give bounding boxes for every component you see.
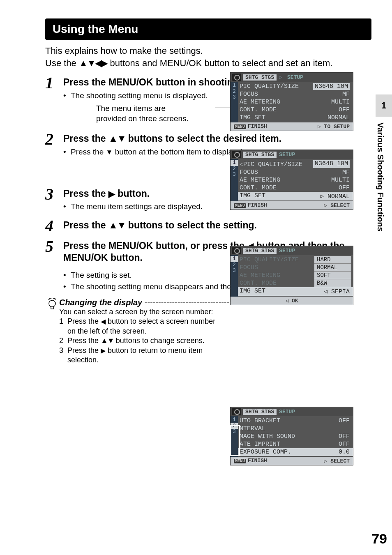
- svg-rect-1: [51, 307, 53, 309]
- down-arrow-icon: ▼: [106, 148, 113, 157]
- tab-shtg: SHTG STGS: [243, 248, 277, 254]
- section-header: Using the Menu: [45, 18, 371, 40]
- lcd-pager: 123: [231, 255, 238, 297]
- lightbulb-icon: [45, 298, 59, 312]
- t: Press the MENU/OK button, or press the: [63, 240, 247, 251]
- t: Press the: [67, 346, 101, 355]
- step-number: 4: [45, 218, 63, 234]
- tab-setup: SETUP: [277, 248, 297, 254]
- tab-setup: SETUP: [277, 152, 297, 158]
- tip-item-3: 3 Press the ▶ button to return to menu i…: [59, 346, 224, 365]
- t: Press the: [63, 220, 108, 230]
- up-down-arrows-icon: ▲▼: [108, 220, 126, 230]
- step-number: 2: [45, 131, 63, 147]
- lcd-pager: 123: [231, 159, 238, 201]
- t: Press the: [63, 188, 108, 199]
- tip-item-1: 1 Press the ◀ button to select a screen …: [59, 317, 224, 336]
- up-down-arrows-icon: ▲▼: [101, 336, 114, 345]
- tab-shtg: SHTG STGS: [243, 152, 277, 158]
- t: Press the: [63, 133, 108, 144]
- t: Changing the display: [59, 298, 142, 307]
- nav-arrows-icon: ▲▼◀▶: [79, 58, 108, 68]
- t: buttons to select the setting.: [125, 220, 256, 230]
- step-number: 1: [45, 75, 63, 91]
- chapter-label: Various Shooting Functions: [376, 117, 385, 273]
- side-tab: 1 Various Shooting Functions: [376, 94, 392, 275]
- t: button.: [115, 188, 150, 199]
- t: buttons to change screens.: [114, 336, 205, 345]
- tab-shtg: SHTG STGS: [243, 409, 277, 415]
- step-number: 3: [45, 186, 63, 203]
- camera-icon: [232, 247, 241, 254]
- chapter-number: 1: [376, 94, 392, 117]
- camera-icon: [232, 408, 241, 415]
- left-arrow-icon: ◀: [101, 317, 106, 326]
- lcd-screenshot-3: SHTG STGS SETUP 123 PIC QUALITY/SIZE FOC…: [230, 246, 353, 305]
- step-title: Press the ▲▼ buttons to select the setti…: [63, 219, 371, 231]
- step-title: Press the ▲▼ buttons to select the desir…: [63, 133, 371, 145]
- up-down-arrows-icon: ▲▼: [108, 133, 126, 144]
- camera-icon: [232, 74, 241, 81]
- tab-setup: SETUP: [285, 74, 306, 81]
- intro-line2b: buttons and MENU/OK button to select and…: [108, 58, 333, 68]
- lcd-pager: 1 2 3: [231, 416, 238, 457]
- page-number: 79: [371, 531, 387, 547]
- lcd-screenshot-4: SHTG STGS SETUP 1 2 3 UTO BRACKETOFF NTE…: [230, 407, 353, 465]
- lcd-screenshot-2: SHTG STGS SETUP 123 ◁PIC QUALITY/SIZEN36…: [230, 150, 353, 210]
- svg-point-0: [49, 300, 55, 307]
- lcd-screenshot-1: SHTG STGS ▷ SETUP 123 PIC QUALITY/SIZEN3…: [230, 72, 353, 131]
- tab-setup: SETUP: [277, 409, 297, 415]
- right-arrow-icon: ▶: [108, 189, 115, 199]
- step-number: 5: [45, 238, 63, 255]
- t: buttons to select the desired item.: [125, 133, 281, 144]
- intro-line1: This explains how to make the settings.: [45, 46, 203, 56]
- lcd-options: HARD NORMAL SOFT B&W: [314, 256, 351, 287]
- tip-item-2: 2 Press the ▲▼ buttons to change screens…: [59, 336, 224, 345]
- lcd-pager: 123: [231, 82, 238, 122]
- tip-intro: You can select a screen by the screen nu…: [59, 307, 371, 317]
- camera-icon: [232, 151, 241, 158]
- tab-shtg: SHTG STGS: [243, 74, 277, 81]
- intro-line2a: Use the: [45, 58, 79, 68]
- t: Press the: [67, 336, 101, 345]
- tip-section: Changing the display -------------------…: [45, 298, 371, 365]
- step-4: 4 Press the ▲▼ buttons to select the set…: [45, 218, 371, 234]
- t: Press the: [71, 147, 106, 156]
- t: Press the: [67, 317, 101, 325]
- intro-text: This explains how to make the settings. …: [45, 45, 371, 69]
- right-arrow-icon: ▶: [101, 346, 106, 355]
